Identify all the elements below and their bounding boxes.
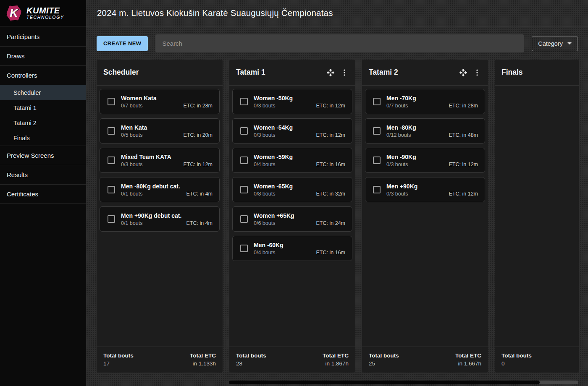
column-title: Finals <box>501 68 572 77</box>
card-title: Men -70Kg <box>386 95 478 102</box>
checkbox[interactable] <box>240 98 248 105</box>
total-bouts-label: Total bouts <box>236 352 266 359</box>
sidebar-item-controllers[interactable]: Controllers <box>0 66 86 85</box>
category-card-women-kata[interactable]: Women Kata0/7 boutsETC: in 28m <box>100 89 220 114</box>
category-card-men-90kg[interactable]: Men +90Kg0/3 boutsETC: in 12m <box>365 177 485 202</box>
category-card-men-80kg-debut-cat[interactable]: Men -80Kg debut cat.0/1 boutsETC: in 4m <box>100 177 220 202</box>
total-etc-label: Total ETC <box>190 352 216 359</box>
category-card-mixed-team-kata[interactable]: Mixed Team KATA0/3 boutsETC: in 12m <box>100 148 220 173</box>
logo-letter: K <box>5 5 22 21</box>
category-card-men-90kg-debut-cat[interactable]: Men +90Kg debut cat.0/1 boutsETC: in 4m <box>100 206 220 232</box>
checkbox[interactable] <box>108 156 115 164</box>
card-bouts: 0/4 bouts <box>254 250 275 256</box>
checkbox[interactable] <box>108 127 115 135</box>
column-header: Tatami 1 <box>229 60 355 86</box>
search-input[interactable] <box>155 34 524 52</box>
toolbar: CREATE NEW Category <box>86 34 588 52</box>
card-etc: ETC: in 12m <box>184 162 213 167</box>
checkbox[interactable] <box>108 215 115 223</box>
checkbox[interactable] <box>373 98 381 105</box>
kumite-hexagon-logo-icon: K <box>5 5 22 21</box>
sidebar-nav: ParticipantsDrawsControllersSchedulerTat… <box>0 26 86 386</box>
sidebar-item-preview-screens[interactable]: Preview Screens <box>0 146 86 165</box>
page-title: 2024 m. Lietuvos Kiokušin Karatė Suaugus… <box>97 8 333 18</box>
checkbox[interactable] <box>240 156 248 164</box>
total-bouts-value: 17 <box>103 360 134 367</box>
category-card-women-54kg[interactable]: Women -54Kg0/3 boutsETC: in 12m <box>232 118 352 143</box>
sidebar-item-certificates[interactable]: Certificates <box>0 185 86 204</box>
category-dropdown[interactable]: Category <box>532 36 578 51</box>
category-card-women-50kg[interactable]: Women -50Kg0/3 boutsETC: in 12m <box>232 89 352 114</box>
horizontal-scrollbar-track[interactable] <box>229 381 578 384</box>
category-card-men-kata[interactable]: Men Kata0/5 boutsETC: in 20m <box>100 118 220 143</box>
brand-subtitle: TECHNOLOGY <box>26 15 64 20</box>
card-bouts: 0/8 bouts <box>254 191 275 197</box>
card-title: Men Kata <box>121 124 213 131</box>
total-bouts-label: Total bouts <box>501 352 532 359</box>
column-header-icons <box>459 68 481 77</box>
card-etc: ETC: in 28m <box>449 103 478 109</box>
card-title: Men -60Kg <box>254 242 345 248</box>
total-bouts-value: 25 <box>369 360 399 367</box>
sidebar-item-tatami-1[interactable]: Tatami 1 <box>0 100 86 115</box>
sidebar-item-participants[interactable]: Participants <box>0 27 86 47</box>
total-bouts-value: 28 <box>236 360 266 367</box>
column-footer: Total bouts25Total ETCin 1.667h <box>362 347 488 373</box>
create-new-button[interactable]: CREATE NEW <box>97 36 148 51</box>
category-card-men-90kg[interactable]: Men -90Kg0/3 boutsETC: in 12m <box>365 148 485 173</box>
category-card-men-60kg[interactable]: Men -60Kg0/4 boutsETC: in 16m <box>232 236 352 261</box>
checkbox[interactable] <box>240 186 248 193</box>
card-etc: ETC: in 16m <box>316 162 345 167</box>
card-title: Men -80Kg debut cat. <box>121 183 213 190</box>
checkbox[interactable] <box>373 156 381 164</box>
card-bouts: 0/7 bouts <box>386 103 408 109</box>
kebab-menu-icon[interactable] <box>340 68 349 77</box>
checkbox[interactable] <box>240 245 248 252</box>
checkbox[interactable] <box>108 98 115 105</box>
sidebar-item-finals[interactable]: Finals <box>0 130 86 146</box>
total-etc-value: in 1.867h <box>323 360 349 367</box>
card-etc: ETC: in 12m <box>449 162 478 167</box>
column-body: Men -70Kg0/7 boutsETC: in 28mMen -80Kg0/… <box>362 86 488 347</box>
card-bouts: 0/1 bouts <box>121 220 142 226</box>
column-title: Scheduler <box>103 68 216 77</box>
checkbox[interactable] <box>240 127 248 135</box>
card-etc: ETC: in 24m <box>316 220 345 226</box>
card-bouts: 0/6 bouts <box>254 220 275 226</box>
board: SchedulerWomen Kata0/7 boutsETC: in 28mM… <box>86 60 588 373</box>
brand-name: KUMITE <box>26 6 64 15</box>
card-title: Men -90Kg <box>386 154 478 160</box>
column-footer: Total bouts0 <box>495 347 579 373</box>
move-icon[interactable] <box>459 68 467 77</box>
card-etc: ETC: in 20m <box>184 132 213 138</box>
card-etc: ETC: in 28m <box>184 103 213 109</box>
card-bouts: 0/1 bouts <box>121 191 142 197</box>
total-etc-value: in 1.133h <box>190 360 216 367</box>
checkbox[interactable] <box>373 127 381 135</box>
card-bouts: 0/5 bouts <box>121 132 142 138</box>
column-tatami-1: Tatami 1Women -50Kg0/3 boutsETC: in 12mW… <box>229 60 355 373</box>
category-card-men-70kg[interactable]: Men -70Kg0/7 boutsETC: in 28m <box>365 89 485 114</box>
column-header: Finals <box>495 60 579 86</box>
category-card-women-59kg[interactable]: Women -59Kg0/4 boutsETC: in 16m <box>232 148 352 173</box>
horizontal-scrollbar-thumb[interactable] <box>229 381 540 384</box>
move-icon[interactable] <box>326 68 335 77</box>
column-header: Tatami 2 <box>362 60 488 86</box>
category-card-women-65kg[interactable]: Women -65Kg0/8 boutsETC: in 32m <box>232 177 352 202</box>
card-bouts: 0/3 bouts <box>254 132 275 138</box>
checkbox[interactable] <box>240 215 248 223</box>
checkbox[interactable] <box>108 186 115 193</box>
sidebar-item-draws[interactable]: Draws <box>0 47 86 66</box>
sidebar-item-results[interactable]: Results <box>0 165 86 185</box>
card-title: Women Kata <box>121 95 213 102</box>
card-etc: ETC: in 48m <box>449 132 478 138</box>
sidebar-item-tatami-2[interactable]: Tatami 2 <box>0 115 86 130</box>
app-root: K KUMITE TECHNOLOGY ParticipantsDrawsCon… <box>0 0 588 386</box>
checkbox[interactable] <box>373 186 381 193</box>
category-card-men-80kg[interactable]: Men -80Kg0/12 boutsETC: in 48m <box>365 118 485 143</box>
category-card-women-65kg[interactable]: Women +65Kg0/6 boutsETC: in 24m <box>232 206 352 232</box>
kebab-menu-icon[interactable] <box>473 68 481 77</box>
column-scheduler: SchedulerWomen Kata0/7 boutsETC: in 28mM… <box>97 60 223 373</box>
card-title: Women -59Kg <box>254 154 345 160</box>
sidebar-item-scheduler[interactable]: Scheduler <box>0 85 86 100</box>
